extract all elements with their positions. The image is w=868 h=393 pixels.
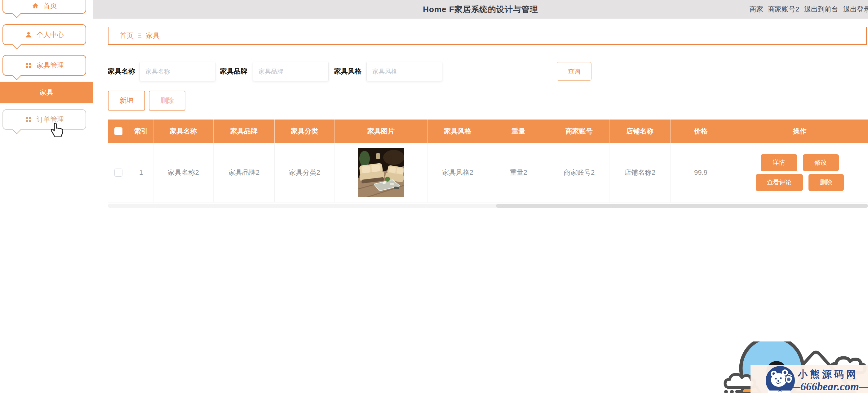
sidebar-item-label: 家具管理 <box>37 61 64 70</box>
delete-button[interactable]: 删除 <box>149 91 185 111</box>
col-weight: 重量 <box>488 119 549 143</box>
col-shop: 店铺名称 <box>610 119 671 143</box>
row-checkbox[interactable] <box>114 169 122 177</box>
sidebar-item-label: 订单管理 <box>37 115 64 124</box>
filter-brand-label: 家具品牌 <box>220 61 247 81</box>
col-name: 家具名称 <box>153 119 214 143</box>
filter-bar: 家具名称 家具品牌 家具风格 查询 <box>108 61 868 81</box>
horizontal-scrollbar[interactable] <box>108 204 868 208</box>
breadcrumb-separator-icon: Ξ <box>137 32 142 39</box>
watermark-site-name: 小熊源码网 <box>798 369 858 380</box>
cell-style: 家具风格2 <box>428 143 488 202</box>
topbar-user-area: 商家 商家账号2 退出到前台 退出登录 <box>750 0 868 19</box>
sidebar-item-orders[interactable]: 订单管理 <box>2 109 86 130</box>
row-delete-button[interactable]: 删除 <box>808 174 844 191</box>
cell-brand: 家具品牌2 <box>214 143 275 202</box>
bubble-tail <box>12 41 21 49</box>
breadcrumb: 首页 Ξ 家具 <box>108 27 867 45</box>
select-all-cell <box>108 119 129 143</box>
search-button[interactable]: 查询 <box>557 62 591 81</box>
user-role: 商家 <box>750 5 763 14</box>
sidebar-item-label: 家具 <box>40 88 53 97</box>
page-title: Home F家居系统的设计与管理 <box>423 4 538 15</box>
sidebar-item-furniture-active[interactable]: 家具 <box>0 82 93 103</box>
furniture-photo[interactable] <box>358 148 404 197</box>
comments-button[interactable]: 查看评论 <box>756 174 803 191</box>
logout-link[interactable]: 退出登录 <box>843 5 868 14</box>
bubble-tail <box>12 125 21 134</box>
table-header-row: 索引 家具名称 家具品牌 家具分类 家具图片 家具风格 重量 商家账号 店铺名称… <box>108 119 868 143</box>
scrollbar-thumb[interactable] <box>496 204 868 208</box>
col-category: 家具分类 <box>275 119 335 143</box>
cell-price: 99.9 <box>671 143 731 202</box>
home-icon <box>32 2 39 10</box>
topbar: Home F家居系统的设计与管理 商家 商家账号2 退出到前台 退出登录 <box>93 0 868 19</box>
grid-icon <box>25 62 32 69</box>
sidebar-item-label: 首页 <box>43 1 57 10</box>
filter-brand-input[interactable] <box>253 62 329 81</box>
table-row: 1 家具名称2 家具品牌2 家具分类2 <box>108 143 868 202</box>
grid-icon <box>25 116 32 123</box>
cell-category: 家具分类2 <box>275 143 335 202</box>
filter-name-input[interactable] <box>140 62 215 81</box>
col-image: 家具图片 <box>335 119 428 143</box>
col-merchant: 商家账号 <box>549 119 610 143</box>
sidebar-item-home[interactable]: 首页 <box>2 0 86 13</box>
cell-weight: 重量2 <box>488 143 549 202</box>
filter-style-label: 家具风格 <box>334 61 362 81</box>
cell-image <box>335 143 428 202</box>
watermark-illustration: 小熊源码网 —666bear.com— <box>722 341 868 393</box>
add-button[interactable]: 新增 <box>108 91 145 111</box>
bubble-tail <box>12 9 21 18</box>
row-select-cell <box>108 143 129 202</box>
sidebar-item-profile[interactable]: 个人中心 <box>2 24 86 45</box>
cell-name: 家具名称2 <box>153 143 214 202</box>
col-style: 家具风格 <box>428 119 488 143</box>
edit-button[interactable]: 修改 <box>803 154 839 171</box>
user-name: 商家账号2 <box>768 5 799 14</box>
detail-button[interactable]: 详情 <box>761 154 797 171</box>
cell-shop: 店铺名称2 <box>610 143 671 202</box>
filter-style-input[interactable] <box>366 62 442 81</box>
watermark-site-url: —666bear.com— <box>789 380 868 393</box>
sidebar-item-label: 个人中心 <box>37 30 64 39</box>
cell-merchant: 商家账号2 <box>549 143 610 202</box>
select-all-checkbox[interactable] <box>114 127 122 135</box>
cell-index: 1 <box>129 143 153 202</box>
app-window: 首页 个人中心 家具管理 家具 <box>0 0 868 393</box>
furniture-table: 索引 家具名称 家具品牌 家具分类 家具图片 家具风格 重量 商家账号 店铺名称… <box>108 119 868 202</box>
exit-to-front-link[interactable]: 退出到前台 <box>804 5 838 14</box>
filter-name-label: 家具名称 <box>108 61 135 81</box>
cell-actions: 详情 修改 查看评论 删除 <box>731 143 868 202</box>
col-actions: 操作 <box>731 119 868 143</box>
sidebar-item-furniture-mgmt[interactable]: 家具管理 <box>2 55 86 76</box>
breadcrumb-home[interactable]: 首页 <box>120 31 133 40</box>
user-icon <box>25 31 32 38</box>
breadcrumb-current: 家具 <box>146 31 160 40</box>
sidebar: 首页 个人中心 家具管理 家具 <box>0 0 93 393</box>
col-brand: 家具品牌 <box>214 119 275 143</box>
col-price: 价格 <box>671 119 731 143</box>
col-index: 索引 <box>129 119 153 143</box>
bubble-tail <box>12 72 21 80</box>
